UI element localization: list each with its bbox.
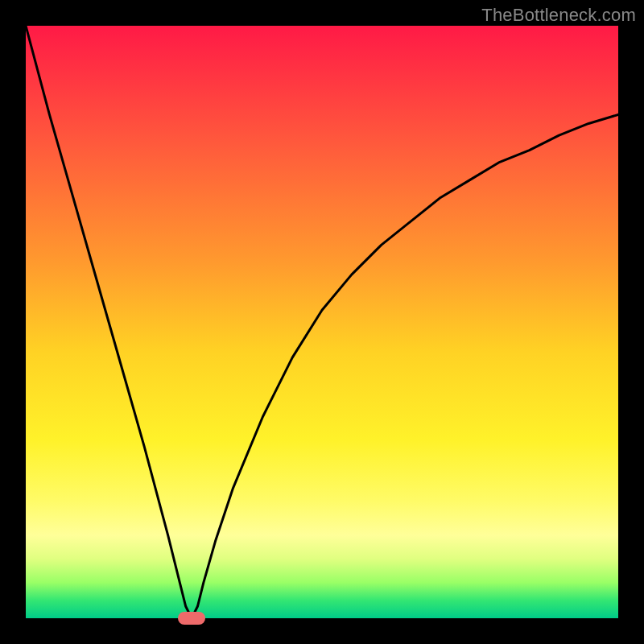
vertex-marker [178,612,205,625]
bottleneck-curve [26,26,618,618]
curve-svg [26,26,618,618]
plot-area [26,26,618,618]
chart-frame: TheBottleneck.com [0,0,644,644]
watermark-label: TheBottleneck.com [481,5,636,26]
